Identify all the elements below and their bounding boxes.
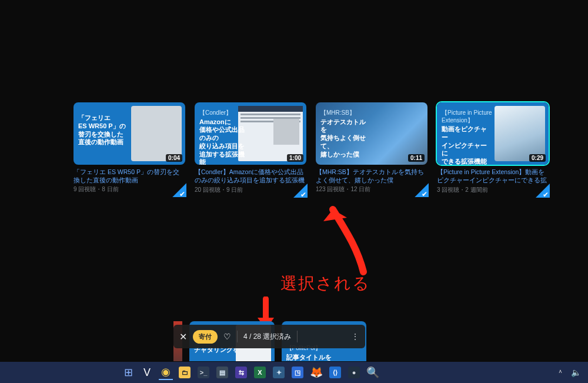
thumbnail-header: 【Condler】 — [199, 109, 250, 117]
duration-badge: 0:04 — [166, 154, 182, 162]
app-icon-1[interactable]: ▤ — [215, 365, 229, 379]
video-title[interactable]: 【MHR:SB】テオテスカトルを気持ちよく倒せて、嬉しかった僕 — [316, 168, 427, 184]
video-title[interactable]: 「フェリエ ES WR50 P」の替刃を交換した直後の動作動画 — [74, 168, 185, 184]
lower-card-text: 記事タイトルを 取得する方法 — [286, 354, 337, 362]
close-icon[interactable]: ✕ — [179, 331, 187, 342]
thumbnail-text: 「フェリエ ES WR50 P」の 替刃を交換した 直後の動作動画 — [78, 113, 129, 146]
video-stats: 9 回視聴・8 日前 — [74, 185, 185, 194]
annotation-arrow-up — [322, 195, 375, 278]
chrome-icon[interactable]: ◉ — [159, 365, 173, 380]
video-thumbnail[interactable]: 【MHR:SB】テオテスカトルを 気持ちよく倒せて、 嬉しかった僕0:11 — [316, 102, 427, 165]
firefox-icon[interactable]: 🦊 — [309, 365, 323, 379]
thumbnail-header: 【Picture in Picture Extension】 — [442, 109, 492, 124]
thumbnail-text: 【MHR:SB】テオテスカトルを 気持ちよく倒せて、 嬉しかった僕 — [320, 109, 371, 158]
excel-icon[interactable]: X — [253, 365, 267, 379]
separator — [237, 331, 238, 342]
taskbar: ⊞V◉🗀>_▤⇆X✦◳🦊⟨⟩●🔍 ＾ 🔈 — [0, 362, 588, 383]
heart-icon[interactable]: ♡ — [223, 332, 231, 341]
duration-badge: 0:11 — [408, 154, 425, 162]
video-thumbnail[interactable]: 【Picture in Picture Extension】動画をピクチャー イ… — [437, 102, 549, 165]
video-card-meta: 【Condler】Amazonに価格や公式出品のみの絞り込み項目を追加する拡張機… — [195, 168, 306, 197]
start-icon[interactable]: ⊞ — [121, 365, 135, 379]
app-icon-5[interactable]: ● — [347, 365, 361, 379]
search-icon[interactable]: 🔍 — [366, 365, 380, 379]
duration-badge: 1:00 — [287, 154, 303, 162]
app-icon-3[interactable]: ✦ — [272, 365, 286, 379]
video-card[interactable]: 「フェリエ ES WR50 P」の 替刃を交換した 直後の動作動画0:04「フェ… — [74, 102, 185, 197]
video-thumbnail[interactable]: 「フェリエ ES WR50 P」の 替刃を交換した 直後の動作動画0:04 — [74, 102, 185, 165]
separator — [297, 331, 298, 342]
video-card[interactable]: 【MHR:SB】テオテスカトルを 気持ちよく倒せて、 嬉しかった僕0:11【MH… — [316, 102, 427, 197]
more-icon[interactable]: ⋮ — [351, 332, 359, 341]
vivaldi-icon[interactable]: V — [140, 365, 154, 379]
vscode-icon[interactable]: ⟨⟩ — [328, 365, 342, 379]
explorer-icon[interactable]: 🗀 — [178, 365, 192, 379]
donate-button[interactable]: 寄付 — [193, 330, 218, 344]
video-title[interactable]: 【Picture in Picture Extension】動画をピクチャーイン… — [437, 168, 549, 185]
video-thumbnail[interactable]: 【Condler】Amazonに 価格や公式出品のみの 絞り込み項目を 追加する… — [195, 102, 306, 165]
video-card-meta: 【Picture in Picture Extension】動画をピクチャーイン… — [437, 168, 549, 197]
app-icon-4[interactable]: ◳ — [290, 365, 305, 379]
video-title[interactable]: 【Condler】Amazonに価格や公式出品のみの絞り込み項目を追加する拡張機… — [195, 168, 306, 185]
video-card-row: 「フェリエ ES WR50 P」の 替刃を交換した 直後の動作動画0:04「フェ… — [74, 102, 549, 197]
tray-volume-icon[interactable]: 🔈 — [571, 368, 581, 377]
app-icon-2[interactable]: ⇆ — [234, 365, 248, 379]
video-stats: 3 回視聴・2 週間前 — [437, 186, 549, 194]
selection-toolbar: ✕ 寄付 ♡ 4 / 28 選択済み ⋮ — [173, 325, 365, 348]
thumbnail-text: 【Condler】Amazonに 価格や公式出品のみの 絞り込み項目を 追加する… — [199, 109, 250, 165]
tray-chevron-icon[interactable]: ＾ — [557, 368, 564, 378]
video-stats: 20 回視聴・9 日前 — [195, 186, 306, 194]
taskbar-apps: ⊞V◉🗀>_▤⇆X✦◳🦊⟨⟩●🔍 — [121, 365, 380, 380]
duration-badge: 0:29 — [529, 154, 546, 162]
system-tray: ＾ 🔈 — [557, 368, 581, 378]
video-stats: 123 回視聴・12 日前 — [316, 185, 427, 194]
thumbnail-header: 【MHR:SB】 — [320, 109, 371, 117]
video-card-meta: 【MHR:SB】テオテスカトルを気持ちよく倒せて、嬉しかった僕123 回視聴・1… — [316, 168, 427, 196]
video-card[interactable]: 【Condler】Amazonに 価格や公式出品のみの 絞り込み項目を 追加する… — [195, 102, 306, 197]
video-card-meta: 「フェリエ ES WR50 P」の替刃を交換した直後の動作動画9 回視聴・8 日… — [74, 168, 185, 196]
selection-count-text: 4 / 28 選択済み — [243, 332, 291, 342]
terminal-icon[interactable]: >_ — [196, 365, 211, 379]
video-card[interactable]: 【Picture in Picture Extension】動画をピクチャー イ… — [437, 102, 549, 197]
thumbnail-text: 【Picture in Picture Extension】動画をピクチャー イ… — [442, 109, 492, 165]
